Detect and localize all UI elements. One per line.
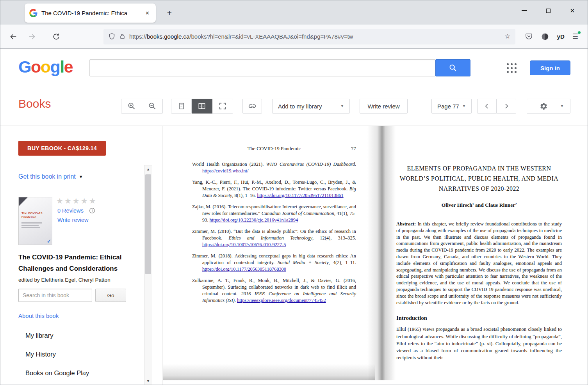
google-favicon-icon [29,9,37,17]
pocket-icon[interactable] [525,32,533,41]
write-review-label: Write review [367,103,399,110]
maximize-icon [546,9,551,13]
sidebar-item-my-history[interactable]: My History [25,351,56,358]
search-icon [449,64,457,72]
logo-letter: G [18,57,31,76]
book-viewer: The COVID-19 Pandemic 77 World Health Or… [162,126,588,385]
reference-source: Social Media + Society [278,260,329,265]
reference-text: , 8(1), 1–16. [232,193,257,198]
apps-grid-icon[interactable] [507,63,517,73]
back-button[interactable] [6,29,21,44]
google-logo[interactable]: G o o g l e [18,57,73,76]
reference-item: Yang, K.-C., Pierri, F., Hui, P.-M., Axe… [192,179,356,199]
reference-link[interactable]: https://ieeexplore.ieee.org/document/774… [237,298,326,303]
window-controls: ✕ [512,0,584,21]
reference-link[interactable]: https://covid19.who.int/ [202,168,248,174]
reference-source: Canadian Journal of Communication [262,211,334,216]
chevron-down-icon: ▼ [462,104,466,108]
chapter-title: ELEMENTS OF PROPAGANDA IN THE WESTERN WO… [396,163,562,194]
zoom-in-icon [127,102,136,110]
menu-button[interactable]: ☰ [572,32,578,41]
two-page-icon [198,102,206,110]
star-rating[interactable]: ★★★★★ [56,196,97,206]
book-cover-thumbnail[interactable]: The COVID-19 Pandemic ✓ [18,197,52,245]
next-page-button[interactable] [497,99,516,114]
close-tab-icon[interactable]: ✕ [144,9,151,17]
reference-source: Ethics and Information Technology [229,235,312,241]
logo-letter: l [60,57,64,76]
sidebar-scrollbar[interactable]: ▲ ▼ [144,165,152,385]
go-button[interactable]: Go [95,289,126,302]
logo-letter: e [64,57,73,76]
scroll-down-icon[interactable]: ▼ [144,377,152,385]
get-book-in-print-link[interactable]: Get this book in print ▼ [18,173,83,180]
sign-in-button[interactable]: Sign in [530,60,570,75]
reference-link[interactable]: https://doi.org/10.22230/cjc.2016v41n1a2… [210,217,298,223]
fullscreen-icon [218,102,227,110]
reference-link[interactable]: https://doi.org/10.1177/2053951721101386… [257,193,343,198]
google-search-button[interactable] [435,59,470,76]
scroll-up-icon[interactable]: ▲ [144,165,152,173]
single-page-icon [177,102,186,110]
info-icon[interactable] [89,208,95,214]
write-review-button[interactable]: Write review [360,99,408,114]
minimize-button[interactable] [512,0,536,21]
browser-tab[interactable]: The COVID-19 Pandemic: Ethica ✕ [25,4,156,23]
search-in-book-input[interactable] [18,289,92,302]
reload-button[interactable] [49,29,64,44]
reviews-count-link[interactable]: 0 Reviews [57,208,84,214]
zoom-in-button[interactable] [121,99,142,114]
preview-check-icon: ✓ [47,238,51,244]
profile-label[interactable]: yD [557,33,565,40]
add-to-library-button[interactable]: Add to my library ▼ [272,99,350,114]
close-window-button[interactable]: ✕ [560,0,584,21]
page-selector-label: Page 77 [437,103,459,110]
zoom-out-button[interactable] [142,99,163,114]
google-search-input[interactable] [89,59,435,76]
page-nav-button-group [477,99,516,114]
close-icon: ✕ [570,7,575,14]
write-review-link[interactable]: Write review [57,217,89,223]
bookmark-star-icon[interactable]: ☆ [504,32,510,41]
reference-text: Yang, K.-C., Pierri, F., Hui, P.-M., Axe… [192,179,356,192]
get-link-button[interactable] [242,99,262,114]
single-page-view-button[interactable] [171,99,192,114]
reference-text: World Health Organization (2021). [192,161,266,167]
new-tab-button[interactable]: + [163,6,176,20]
section-heading: Introduction [396,315,562,321]
url-text: https://books.google.ca/books?hl=en&lr=&… [129,33,501,40]
fullscreen-button[interactable] [212,99,233,114]
reference-source: WHO Coronavirus (COVID-19) Dashboard [266,161,355,167]
url-path: /books?hl=en&lr=&id=vL-XEAAAQBAJ&oi=fnd&… [189,33,353,40]
chapter-authors: Oliver Hirsch¹ and Claus Rinner² [396,202,562,208]
extension-icon[interactable] [541,32,549,41]
reference-text: . [355,161,356,167]
browser-navbar: https://books.google.ca/books?hl=en&lr=&… [0,25,588,49]
reference-link[interactable]: https://doi.org/10.1007/s10676-010-9227-… [202,242,286,247]
chevron-down-icon: ▼ [560,104,564,108]
url-bar[interactable]: https://books.google.ca/books?hl=en&lr=&… [103,29,515,44]
reference-item: Zimmer, M. (2018). Addressing conceptual… [192,253,356,273]
sidebar: BUY EBOOK - CA$129.14 Get this book in p… [0,126,162,385]
books-logo[interactable]: Books [18,97,51,110]
hamburger-icon: ☰ [572,33,578,40]
navbar-right-icons: yD ☰ [521,32,582,41]
two-page-view-button[interactable] [192,99,212,114]
book-page-right: ELEMENTS OF PROPAGANDA IN THE WESTERN WO… [381,126,588,385]
lock-icon [119,33,126,40]
maximize-button[interactable] [536,0,560,21]
reference-link[interactable]: https://doi.org/10.1177/2056305118768300 [202,266,286,272]
zoom-button-group [121,99,163,114]
cover-subtitle-bar [21,222,42,224]
reference-text: , 12(4), 313–325. [312,235,356,241]
buy-ebook-button[interactable]: BUY EBOOK - CA$129.14 [18,141,106,156]
sidebar-item-my-library[interactable]: My library [25,332,53,339]
settings-button[interactable]: ▼ [527,99,570,114]
previous-page-button[interactable] [477,99,497,114]
sidebar-item-books-on-google-play[interactable]: Books on Google Play [25,369,89,377]
scrollbar-thumb[interactable] [145,174,151,274]
forward-button[interactable] [25,29,39,44]
page-selector-button[interactable]: Page 77 ▼ [431,99,472,114]
about-this-book-link[interactable]: About this book [18,312,59,319]
zoom-out-icon [148,102,157,110]
